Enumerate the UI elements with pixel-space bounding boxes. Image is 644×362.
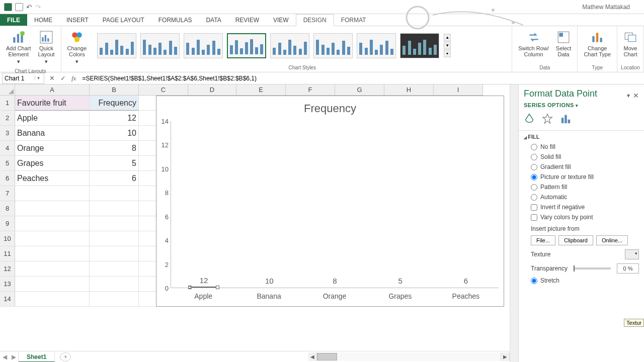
- series-options-icon[interactable]: [560, 113, 571, 124]
- opt-solid-fill[interactable]: Solid fill: [524, 152, 639, 162]
- cell[interactable]: [90, 216, 139, 231]
- tab-review[interactable]: REVIEW: [228, 14, 266, 26]
- transparency-value[interactable]: 0 %: [617, 263, 639, 274]
- cell[interactable]: Frequency: [90, 96, 139, 111]
- plot-area[interactable]: 1210856: [171, 121, 499, 288]
- cell[interactable]: 10: [90, 126, 139, 141]
- row-header[interactable]: 12: [0, 261, 15, 277]
- sheet-tab-sheet1[interactable]: Sheet1: [18, 351, 55, 363]
- cell[interactable]: [90, 201, 139, 216]
- cell[interactable]: 12: [90, 111, 139, 126]
- row-header[interactable]: 3: [0, 126, 15, 141]
- cell[interactable]: [90, 292, 139, 307]
- cell[interactable]: Grapes: [15, 156, 90, 171]
- cell[interactable]: Favourite fruit: [15, 96, 90, 111]
- save-icon[interactable]: [15, 3, 23, 11]
- transparency-slider[interactable]: [574, 267, 611, 269]
- chart-style-3[interactable]: [184, 33, 223, 58]
- vertical-scrollbar[interactable]: [510, 84, 518, 362]
- col-header-A[interactable]: A: [15, 84, 90, 96]
- chart-style-8[interactable]: [400, 33, 439, 58]
- row-header[interactable]: 8: [0, 201, 15, 216]
- cell[interactable]: [15, 231, 90, 246]
- redo-icon[interactable]: ↷: [35, 3, 41, 11]
- hscroll-right-icon[interactable]: ▶: [501, 352, 510, 361]
- enter-formula-icon[interactable]: ✓: [57, 73, 68, 83]
- effects-icon[interactable]: [542, 113, 553, 124]
- row-header[interactable]: 4: [0, 141, 15, 156]
- chart-plot-area[interactable]: 02468101214 1210856: [171, 121, 499, 288]
- opt-stretch[interactable]: Stretch: [524, 276, 639, 286]
- switch-row-column-button[interactable]: Switch Row/ Column: [516, 29, 551, 58]
- cell[interactable]: [90, 231, 139, 246]
- tab-page-layout[interactable]: PAGE LAYOUT: [96, 14, 151, 26]
- chart-style-4[interactable]: [227, 33, 266, 58]
- row-header[interactable]: 2: [0, 111, 15, 126]
- cell[interactable]: [15, 246, 90, 261]
- chart-style-6[interactable]: [313, 33, 353, 58]
- col-header-B[interactable]: B: [90, 84, 139, 96]
- row-header[interactable]: 1: [0, 96, 15, 111]
- cell[interactable]: 5: [90, 156, 139, 171]
- undo-icon[interactable]: ↶: [26, 3, 32, 11]
- row-header[interactable]: 6: [0, 171, 15, 186]
- styles-scroll-up-icon[interactable]: ▲: [444, 34, 451, 41]
- texture-dropdown[interactable]: [625, 249, 639, 259]
- cell[interactable]: Apple: [15, 111, 90, 126]
- cell[interactable]: [15, 261, 90, 277]
- pane-close-icon[interactable]: ✕: [633, 92, 639, 100]
- chart-object[interactable]: Frequency 02468101214 1210856 AppleBanan…: [156, 96, 504, 307]
- cell[interactable]: Banana: [15, 126, 90, 141]
- chk-invert-negative[interactable]: Invert if negative: [524, 202, 639, 212]
- name-box[interactable]: Chart 1▼: [2, 73, 44, 84]
- cell[interactable]: [90, 261, 139, 277]
- cell[interactable]: [15, 216, 90, 231]
- cell[interactable]: Peaches: [15, 171, 90, 186]
- chart-style-1[interactable]: [97, 33, 136, 58]
- cell[interactable]: Orange: [15, 141, 90, 156]
- add-chart-element-button[interactable]: Add Chart Element▾: [4, 29, 33, 65]
- cell[interactable]: [15, 201, 90, 216]
- formula-input[interactable]: [79, 73, 644, 83]
- col-header-H[interactable]: H: [384, 84, 434, 96]
- user-name[interactable]: Mathew Mattakad: [582, 4, 640, 11]
- hscroll-left-icon[interactable]: ◀: [308, 352, 317, 361]
- row-header[interactable]: 10: [0, 231, 15, 246]
- col-header-D[interactable]: D: [188, 84, 236, 96]
- styles-scroll-down-icon[interactable]: ▼: [444, 42, 451, 49]
- clipboard-button[interactable]: Clipboard: [558, 235, 593, 245]
- chk-vary-colors[interactable]: Vary colors by point: [524, 212, 639, 222]
- file-button[interactable]: File...: [531, 235, 555, 245]
- row-header[interactable]: 13: [0, 277, 15, 292]
- cell[interactable]: [15, 277, 90, 292]
- fx-icon[interactable]: fx: [68, 74, 79, 82]
- cell[interactable]: [90, 246, 139, 261]
- select-all-button[interactable]: [0, 84, 15, 96]
- col-header-C[interactable]: C: [139, 84, 188, 96]
- row-header[interactable]: 9: [0, 216, 15, 231]
- opt-gradient-fill[interactable]: Gradient fill: [524, 162, 639, 172]
- tab-format[interactable]: FORMAT: [334, 14, 373, 26]
- tab-design[interactable]: DESIGN: [296, 14, 334, 26]
- tab-home[interactable]: HOME: [27, 14, 59, 26]
- select-data-button[interactable]: Select Data: [554, 29, 574, 58]
- quick-layout-button[interactable]: Quick Layout▾: [36, 29, 57, 65]
- tab-formulas[interactable]: FORMULAS: [151, 14, 199, 26]
- chart-style-2[interactable]: [140, 33, 180, 58]
- opt-picture-fill[interactable]: Picture or texture fill: [524, 172, 639, 182]
- pane-menu-icon[interactable]: ▾: [627, 92, 630, 99]
- tab-insert[interactable]: INSERT: [59, 14, 96, 26]
- fill-section-header[interactable]: FILL: [524, 134, 639, 140]
- series-options-dropdown[interactable]: SERIES OPTIONS: [524, 102, 639, 108]
- tab-file[interactable]: FILE: [0, 14, 27, 26]
- cell[interactable]: [15, 292, 90, 307]
- row-header[interactable]: 7: [0, 186, 15, 201]
- row-header[interactable]: 5: [0, 156, 15, 171]
- cell[interactable]: 8: [90, 141, 139, 156]
- online-button[interactable]: Online...: [596, 235, 628, 245]
- add-sheet-button[interactable]: +: [60, 352, 71, 361]
- opt-automatic[interactable]: Automatic: [524, 192, 639, 202]
- tab-data[interactable]: DATA: [199, 14, 228, 26]
- opt-no-fill[interactable]: No fill: [524, 142, 639, 152]
- hscroll-track[interactable]: [317, 352, 501, 361]
